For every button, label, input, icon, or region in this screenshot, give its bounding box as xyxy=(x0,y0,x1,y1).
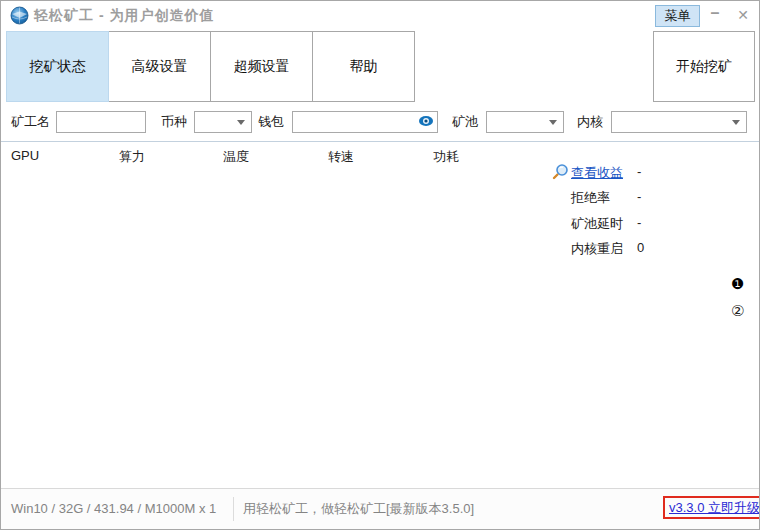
stat-row-reject-rate: 拒绝率 - xyxy=(1,189,759,206)
tab-help[interactable]: 帮助 xyxy=(312,31,415,102)
minimize-icon[interactable]: – xyxy=(703,3,727,27)
wallet-label: 钱包 xyxy=(258,110,284,134)
tab-mining-status[interactable]: 挖矿状态 xyxy=(6,31,109,102)
kernel-restarts-label: 内核重启 xyxy=(571,240,623,258)
tab-overclock-settings[interactable]: 超频设置 xyxy=(210,31,313,102)
miner-config-row: 矿工名 币种 钱包 矿池 内核 xyxy=(1,110,759,134)
miner-name-label: 矿工名 xyxy=(11,110,50,134)
kernel-label: 内核 xyxy=(577,110,603,134)
stat-row-kernel-restarts: 内核重启 0 xyxy=(1,240,759,257)
tab-advanced-settings[interactable]: 高级设置 xyxy=(108,31,211,102)
slogan-text: 用轻松矿工，做轻松矿工[最新版本3.5.0] xyxy=(243,489,474,529)
badge-step-1: ❶ xyxy=(731,276,744,292)
app-window: 轻松矿工 - 为用户创造价值 菜单 – ✕ 挖矿状态 高级设置 超频设置 帮助 … xyxy=(0,0,760,530)
earnings-value: - xyxy=(637,164,641,179)
pool-latency-value: - xyxy=(637,215,641,230)
close-icon[interactable]: ✕ xyxy=(731,3,755,27)
stat-row-pool-latency: 矿池延时 - xyxy=(1,215,759,232)
kernel-restarts-value: 0 xyxy=(637,240,644,255)
tab-bar: 挖矿状态 高级设置 超频设置 帮助 xyxy=(6,31,415,102)
kernel-select[interactable] xyxy=(611,111,747,133)
badge-step-2: ② xyxy=(731,303,744,319)
upgrade-link[interactable]: v3.3.0 立即升级 xyxy=(669,499,760,517)
app-logo-icon xyxy=(10,6,29,25)
reject-rate-value: - xyxy=(637,189,641,204)
table-header-gpu: GPU xyxy=(11,148,39,163)
coin-label: 币种 xyxy=(161,110,187,134)
gpu-status-panel: GPU 算力 温度 转速 功耗 查看收益 - 拒绝率 - 矿池延时 - 内核重启… xyxy=(1,141,759,488)
chevron-down-icon xyxy=(549,120,557,125)
stat-row-earnings: 查看收益 - xyxy=(1,164,759,181)
pool-latency-label: 矿池延时 xyxy=(571,215,623,233)
status-divider xyxy=(233,497,234,521)
magnifier-icon[interactable] xyxy=(552,163,569,180)
start-mining-button[interactable]: 开始挖矿 xyxy=(653,31,755,102)
miner-name-input[interactable] xyxy=(56,111,146,133)
eye-icon[interactable] xyxy=(418,114,434,128)
coin-select[interactable] xyxy=(194,111,252,133)
pool-label: 矿池 xyxy=(452,110,478,134)
pool-select[interactable] xyxy=(486,111,564,133)
wallet-input[interactable] xyxy=(292,111,438,133)
chevron-down-icon xyxy=(237,120,245,125)
system-info-text: Win10 / 32G / 431.94 / M1000M x 1 xyxy=(11,489,216,529)
chevron-down-icon xyxy=(732,120,740,125)
menu-button[interactable]: 菜单 xyxy=(655,5,700,27)
title-bar: 轻松矿工 - 为用户创造价值 菜单 – ✕ xyxy=(1,1,759,30)
view-earnings-link[interactable]: 查看收益 xyxy=(571,164,623,182)
status-bar: Win10 / 32G / 431.94 / M1000M x 1 用轻松矿工，… xyxy=(1,488,759,529)
reject-rate-label: 拒绝率 xyxy=(571,189,610,207)
upgrade-box: v3.3.0 立即升级 xyxy=(663,496,760,519)
window-title: 轻松矿工 - 为用户创造价值 xyxy=(34,1,214,30)
